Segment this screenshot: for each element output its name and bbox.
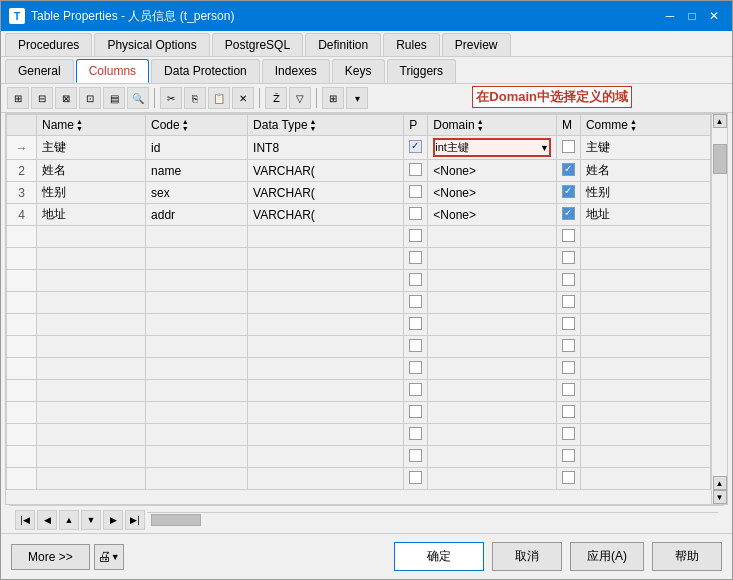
tab-rules[interactable]: Rules	[383, 33, 440, 56]
minimize-button[interactable]: ─	[660, 6, 680, 26]
cell-comment-2[interactable]: 姓名	[580, 160, 710, 182]
col-header-domain[interactable]: Domain ▲▼	[428, 115, 557, 136]
tab-definition[interactable]: Definition	[305, 33, 381, 56]
toolbar-btn-3[interactable]: ⊠	[55, 87, 77, 109]
checkbox-p-3[interactable]	[409, 185, 422, 198]
tab-physical-options[interactable]: Physical Options	[94, 33, 209, 56]
toolbar-btn-2[interactable]: ⊟	[31, 87, 53, 109]
cell-datatype-1[interactable]: INT8	[248, 136, 404, 160]
nav-last-button[interactable]: ▶|	[125, 510, 145, 530]
h-scroll-thumb[interactable]	[151, 514, 201, 526]
table-row	[7, 380, 711, 402]
cell-code-2[interactable]: name	[146, 160, 248, 182]
cell-p-2[interactable]	[404, 160, 428, 182]
help-button[interactable]: 帮助	[652, 542, 722, 571]
tabs-row-1: Procedures Physical Options PostgreSQL D…	[1, 31, 732, 57]
toolbar-btn-delete[interactable]: ✕	[232, 87, 254, 109]
cell-p-1[interactable]	[404, 136, 428, 160]
cell-name-3[interactable]: 性别	[37, 182, 146, 204]
horizontal-scrollbar[interactable]	[147, 512, 718, 528]
tab-data-protection[interactable]: Data Protection	[151, 59, 260, 83]
cell-datatype-3[interactable]: VARCHAR(	[248, 182, 404, 204]
nav-next-button[interactable]: ▶	[103, 510, 123, 530]
checkbox-m-2[interactable]	[562, 163, 575, 176]
tab-procedures[interactable]: Procedures	[5, 33, 92, 56]
toolbar-btn-dropdown[interactable]: ▾	[346, 87, 368, 109]
col-header-datatype[interactable]: Data Type ▲▼	[248, 115, 404, 136]
toolbar-btn-copy[interactable]: ⎘	[184, 87, 206, 109]
more-button[interactable]: More >>	[11, 544, 90, 570]
cell-datatype-2[interactable]: VARCHAR(	[248, 160, 404, 182]
toolbar-btn-grid[interactable]: ⊞	[322, 87, 344, 109]
tab-indexes[interactable]: Indexes	[262, 59, 330, 83]
checkbox-p-4[interactable]	[409, 207, 422, 220]
nav-down-button[interactable]: ▼	[81, 510, 101, 530]
cell-name-1[interactable]: 主键	[37, 136, 146, 160]
checkbox-p-2[interactable]	[409, 163, 422, 176]
domain-dropdown-cell[interactable]: int主键 ▼	[433, 138, 551, 157]
cell-domain-2[interactable]: <None>	[428, 160, 557, 182]
cell-code-4[interactable]: addr	[146, 204, 248, 226]
cell-m-1[interactable]	[556, 136, 580, 160]
scroll-down-arrow-1[interactable]: ▲	[713, 476, 727, 490]
cell-name-2[interactable]: 姓名	[37, 160, 146, 182]
tab-triggers[interactable]: Triggers	[387, 59, 457, 83]
nav-prev-button[interactable]: ◀	[37, 510, 57, 530]
checkbox-p-1[interactable]	[409, 140, 422, 153]
toolbar-btn-1[interactable]: ⊞	[7, 87, 29, 109]
toolbar-btn-sort[interactable]: Ẑ	[265, 87, 287, 109]
cell-domain-4[interactable]: <None>	[428, 204, 557, 226]
toolbar-btn-4[interactable]: ⊡	[79, 87, 101, 109]
col-header-name[interactable]: Name ▲▼	[37, 115, 146, 136]
cell-m-3[interactable]	[556, 182, 580, 204]
ok-button[interactable]: 确定	[394, 542, 484, 571]
scroll-down-arrow-2[interactable]: ▼	[713, 490, 727, 504]
col-header-p[interactable]: P	[404, 115, 428, 136]
cell-m-4[interactable]	[556, 204, 580, 226]
checkbox-m-1[interactable]	[562, 140, 575, 153]
cell-p-4[interactable]	[404, 204, 428, 226]
vertical-scrollbar[interactable]: ▲ ▲ ▼	[711, 114, 727, 504]
maximize-button[interactable]: □	[682, 6, 702, 26]
toolbar-btn-filter[interactable]: ▽	[289, 87, 311, 109]
print-button[interactable]: 🖨 ▼	[94, 544, 124, 570]
col-header-m[interactable]: M	[556, 115, 580, 136]
checkbox-m-4[interactable]	[562, 207, 575, 220]
cell-comment-3[interactable]: 性别	[580, 182, 710, 204]
tab-preview[interactable]: Preview	[442, 33, 511, 56]
nav-up-button[interactable]: ▲	[59, 510, 79, 530]
cell-code-1[interactable]: id	[146, 136, 248, 160]
table-row	[7, 270, 711, 292]
scroll-up-arrow[interactable]: ▲	[713, 114, 727, 128]
cell-datatype-4[interactable]: VARCHAR(	[248, 204, 404, 226]
sort-arrows-domain: ▲▼	[477, 118, 484, 132]
nav-first-button[interactable]: |◀	[15, 510, 35, 530]
col-header-rownum	[7, 115, 37, 136]
checkbox-m-3[interactable]	[562, 185, 575, 198]
toolbar-separator-2	[259, 88, 260, 108]
apply-button[interactable]: 应用(A)	[570, 542, 644, 571]
toolbar-btn-cut[interactable]: ✂	[160, 87, 182, 109]
cell-code-3[interactable]: sex	[146, 182, 248, 204]
cell-domain-3[interactable]: <None>	[428, 182, 557, 204]
toolbar-btn-paste[interactable]: 📋	[208, 87, 230, 109]
cell-comment-4[interactable]: 地址	[580, 204, 710, 226]
toolbar-btn-6[interactable]: 🔍	[127, 87, 149, 109]
scroll-thumb[interactable]	[713, 144, 727, 174]
cancel-button[interactable]: 取消	[492, 542, 562, 571]
sort-arrows-comment: ▲▼	[630, 118, 637, 132]
tab-keys[interactable]: Keys	[332, 59, 385, 83]
domain-dropdown-arrow[interactable]: ▼	[540, 143, 549, 153]
tab-columns[interactable]: Columns	[76, 59, 149, 83]
col-header-code[interactable]: Code ▲▼	[146, 115, 248, 136]
cell-comment-1[interactable]: 主键	[580, 136, 710, 160]
cell-domain-1[interactable]: int主键 ▼	[428, 136, 557, 160]
cell-name-4[interactable]: 地址	[37, 204, 146, 226]
col-header-comment[interactable]: Comme ▲▼	[580, 115, 710, 136]
cell-p-3[interactable]	[404, 182, 428, 204]
toolbar-btn-5[interactable]: ▤	[103, 87, 125, 109]
close-button[interactable]: ✕	[704, 6, 724, 26]
cell-m-2[interactable]	[556, 160, 580, 182]
tab-general[interactable]: General	[5, 59, 74, 83]
tab-postgresql[interactable]: PostgreSQL	[212, 33, 303, 56]
